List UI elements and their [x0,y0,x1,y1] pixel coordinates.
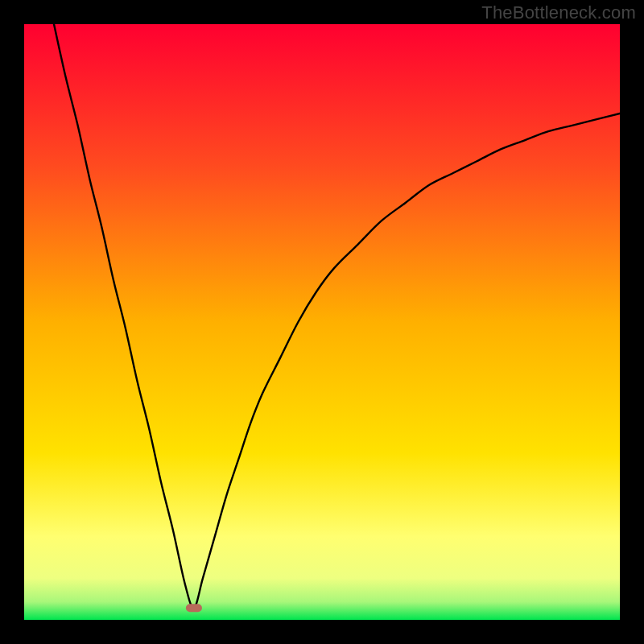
chart-svg [24,24,620,620]
optimum-marker [186,604,202,612]
chart-background [24,24,620,620]
watermark-text: TheBottleneck.com [481,2,636,23]
chart-frame [24,24,620,620]
